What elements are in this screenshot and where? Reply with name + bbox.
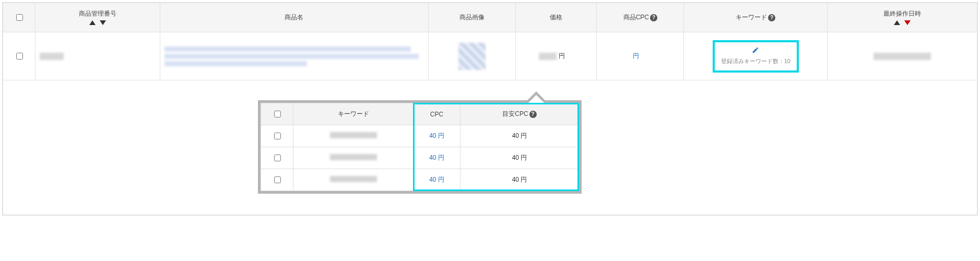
sub-keyword-value — [330, 154, 377, 160]
sub-row-checkbox[interactable] — [274, 176, 281, 183]
panel-pointer-icon — [525, 91, 548, 103]
sub-header-cpc: CPC — [414, 103, 461, 125]
keyword-highlight-box: 登録済みキーワード数：10 — [713, 40, 799, 73]
sub-row-checkbox[interactable] — [274, 133, 281, 139]
header-product-name-label: 商品名 — [285, 14, 303, 21]
product-thumbnail — [458, 43, 486, 70]
sub-header-est-cpc: 目安CPC? — [461, 103, 579, 125]
price-value — [539, 53, 557, 60]
price-currency: 円 — [559, 52, 565, 60]
sub-est-value: 40 円 — [461, 125, 579, 147]
sub-est-value: 40 円 — [461, 169, 579, 191]
sub-row: 40 円 40 円 — [261, 125, 579, 147]
sub-keyword-value — [330, 132, 377, 138]
sub-header-keyword: キーワード — [293, 103, 414, 125]
header-product-image: 商品画像 — [428, 3, 515, 32]
cpc-currency: 円 — [633, 52, 639, 60]
header-product-image-label: 商品画像 — [459, 14, 485, 21]
header-price-label: 価格 — [550, 14, 562, 21]
table-row: 円 円 登録済みキーワード数：10 — [3, 32, 977, 80]
sort-desc-active-icon[interactable] — [904, 20, 911, 25]
edit-keywords-button[interactable] — [721, 46, 790, 55]
sort-desc-icon[interactable] — [100, 20, 106, 25]
help-icon[interactable]: ? — [650, 14, 657, 21]
sub-est-value: 40 円 — [461, 147, 579, 169]
header-keyword: キーワード? — [684, 3, 828, 32]
sub-row: 40 円 40 円 — [261, 169, 579, 191]
header-keyword-label: キーワード — [736, 14, 767, 21]
product-id-value — [40, 53, 64, 60]
sub-cpc-value: 40 円 — [414, 125, 461, 147]
sort-asc-icon[interactable] — [894, 20, 900, 25]
edit-icon — [752, 46, 759, 54]
header-product-cpc-label: 商品CPC — [623, 14, 649, 21]
keyword-detail-row: キーワード CPC 目安CPC? — [3, 80, 977, 215]
last-op-value — [873, 53, 931, 60]
header-product-name: 商品名 — [160, 3, 429, 32]
header-checkbox — [3, 3, 36, 32]
header-price: 価格 — [515, 3, 596, 32]
sub-cpc-value: 40 円 — [414, 169, 461, 191]
header-last-op-label: 最終操作日時 — [883, 10, 921, 17]
help-icon[interactable]: ? — [529, 111, 537, 118]
header-product-id-label: 商品管理番号 — [79, 10, 116, 17]
sub-row-checkbox[interactable] — [274, 155, 281, 161]
sub-cpc-value: 40 円 — [414, 147, 461, 169]
header-product-cpc: 商品CPC? — [597, 3, 684, 32]
keyword-detail-panel: キーワード CPC 目安CPC? — [258, 100, 582, 194]
row-checkbox[interactable] — [16, 53, 23, 60]
sub-keyword-value — [330, 176, 377, 182]
keyword-count-label: 登録済みキーワード数：10 — [721, 57, 790, 65]
sub-select-all-checkbox[interactable] — [274, 111, 281, 117]
header-last-op: 最終操作日時 — [828, 3, 977, 32]
header-product-id: 商品管理番号 — [36, 3, 160, 32]
select-all-checkbox[interactable] — [16, 14, 23, 21]
help-icon[interactable]: ? — [768, 14, 775, 21]
sort-asc-icon[interactable] — [89, 20, 96, 25]
sub-row: 40 円 40 円 — [261, 147, 579, 169]
